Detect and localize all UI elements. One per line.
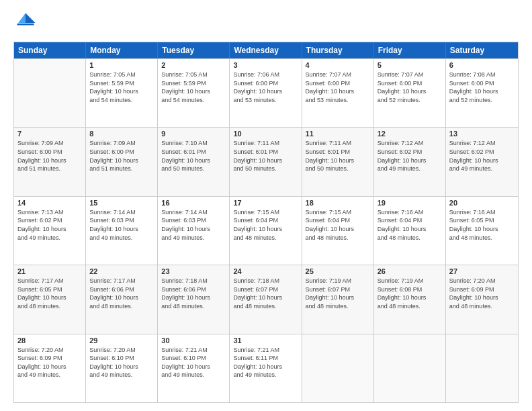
calendar-week-2: 7Sunrise: 7:09 AMSunset: 6:00 PMDaylight… (14, 127, 518, 195)
calendar-day-24: 24Sunrise: 7:18 AMSunset: 6:07 PMDayligh… (230, 265, 302, 333)
calendar-day-empty (14, 59, 86, 127)
logo-icon (13, 11, 38, 35)
weekday-header-friday: Friday (374, 42, 446, 58)
calendar-day-21: 21Sunrise: 7:17 AMSunset: 6:05 PMDayligh… (14, 265, 86, 333)
day-info: Sunrise: 7:09 AMSunset: 6:00 PMDaylight:… (17, 139, 82, 173)
calendar-day-2: 2Sunrise: 7:05 AMSunset: 5:59 PMDaylight… (158, 59, 230, 127)
calendar-day-1: 1Sunrise: 7:05 AMSunset: 5:59 PMDaylight… (86, 59, 158, 127)
day-number: 3 (233, 61, 298, 69)
header (13, 11, 519, 35)
day-info: Sunrise: 7:20 AMSunset: 6:09 PMDaylight:… (449, 277, 515, 310)
day-number: 6 (449, 61, 515, 69)
day-number: 16 (161, 199, 226, 207)
day-info: Sunrise: 7:18 AMSunset: 6:06 PMDaylight:… (161, 277, 226, 310)
calendar-day-15: 15Sunrise: 7:14 AMSunset: 6:03 PMDayligh… (86, 197, 158, 265)
calendar-day-20: 20Sunrise: 7:16 AMSunset: 6:05 PMDayligh… (446, 197, 518, 265)
day-info: Sunrise: 7:13 AMSunset: 6:02 PMDaylight:… (17, 208, 82, 242)
day-number: 2 (161, 61, 226, 69)
day-number: 26 (378, 267, 442, 275)
day-number: 24 (233, 267, 298, 275)
day-number: 15 (89, 199, 154, 207)
calendar-day-27: 27Sunrise: 7:20 AMSunset: 6:09 PMDayligh… (446, 265, 518, 333)
day-number: 11 (306, 130, 370, 138)
day-info: Sunrise: 7:20 AMSunset: 6:09 PMDaylight:… (17, 346, 82, 379)
page: SundayMondayTuesdayWednesdayThursdayFrid… (0, 0, 532, 411)
day-number: 7 (17, 130, 82, 138)
day-number: 13 (449, 130, 515, 138)
day-number: 25 (306, 267, 370, 275)
day-number: 29 (89, 336, 154, 345)
day-info: Sunrise: 7:07 AMSunset: 6:00 PMDaylight:… (378, 71, 442, 104)
calendar-day-12: 12Sunrise: 7:12 AMSunset: 6:02 PMDayligh… (374, 128, 446, 195)
day-number: 5 (378, 61, 442, 69)
day-info: Sunrise: 7:19 AMSunset: 6:08 PMDaylight:… (378, 277, 442, 310)
day-info: Sunrise: 7:08 AMSunset: 6:00 PMDaylight:… (449, 71, 515, 104)
calendar-day-31: 31Sunrise: 7:21 AMSunset: 6:11 PMDayligh… (230, 334, 302, 402)
day-number: 9 (161, 130, 226, 138)
weekday-header-sunday: Sunday (14, 42, 86, 58)
day-number: 23 (161, 267, 226, 275)
day-info: Sunrise: 7:11 AMSunset: 6:01 PMDaylight:… (306, 139, 370, 173)
day-info: Sunrise: 7:17 AMSunset: 6:06 PMDaylight:… (89, 277, 154, 310)
calendar-day-23: 23Sunrise: 7:18 AMSunset: 6:06 PMDayligh… (158, 265, 230, 333)
calendar: SundayMondayTuesdayWednesdayThursdayFrid… (13, 42, 519, 403)
day-info: Sunrise: 7:10 AMSunset: 6:01 PMDaylight:… (161, 139, 226, 173)
calendar-day-empty (446, 334, 518, 402)
calendar-week-4: 21Sunrise: 7:17 AMSunset: 6:05 PMDayligh… (14, 265, 518, 333)
day-info: Sunrise: 7:14 AMSunset: 6:03 PMDaylight:… (89, 208, 154, 242)
day-number: 22 (89, 267, 154, 275)
calendar-day-empty (302, 334, 374, 402)
calendar-header: SundayMondayTuesdayWednesdayThursdayFrid… (14, 42, 518, 58)
calendar-day-28: 28Sunrise: 7:20 AMSunset: 6:09 PMDayligh… (14, 334, 86, 402)
weekday-header-saturday: Saturday (446, 42, 518, 58)
calendar-day-5: 5Sunrise: 7:07 AMSunset: 6:00 PMDaylight… (374, 59, 446, 127)
calendar-day-7: 7Sunrise: 7:09 AMSunset: 6:00 PMDaylight… (14, 128, 86, 195)
day-number: 17 (233, 199, 298, 207)
calendar-day-30: 30Sunrise: 7:21 AMSunset: 6:10 PMDayligh… (158, 334, 230, 402)
calendar-day-19: 19Sunrise: 7:16 AMSunset: 6:04 PMDayligh… (374, 197, 446, 265)
weekday-header-wednesday: Wednesday (230, 42, 302, 58)
day-info: Sunrise: 7:06 AMSunset: 6:00 PMDaylight:… (233, 71, 298, 104)
day-info: Sunrise: 7:21 AMSunset: 6:11 PMDaylight:… (233, 346, 298, 379)
day-number: 14 (17, 199, 82, 207)
calendar-day-9: 9Sunrise: 7:10 AMSunset: 6:01 PMDaylight… (158, 128, 230, 195)
calendar-day-empty (374, 334, 446, 402)
day-info: Sunrise: 7:12 AMSunset: 6:02 PMDaylight:… (378, 139, 442, 173)
day-info: Sunrise: 7:21 AMSunset: 6:10 PMDaylight:… (161, 346, 226, 379)
day-info: Sunrise: 7:16 AMSunset: 6:05 PMDaylight:… (449, 208, 515, 242)
calendar-week-3: 14Sunrise: 7:13 AMSunset: 6:02 PMDayligh… (14, 196, 518, 265)
day-number: 28 (17, 336, 82, 345)
day-info: Sunrise: 7:09 AMSunset: 6:00 PMDaylight:… (89, 139, 154, 173)
day-info: Sunrise: 7:16 AMSunset: 6:04 PMDaylight:… (378, 208, 442, 242)
day-info: Sunrise: 7:18 AMSunset: 6:07 PMDaylight:… (233, 277, 298, 310)
weekday-header-thursday: Thursday (302, 42, 374, 58)
svg-rect-2 (17, 24, 34, 26)
day-info: Sunrise: 7:07 AMSunset: 6:00 PMDaylight:… (306, 71, 370, 104)
day-info: Sunrise: 7:14 AMSunset: 6:03 PMDaylight:… (161, 208, 226, 242)
day-info: Sunrise: 7:15 AMSunset: 6:04 PMDaylight:… (233, 208, 298, 242)
day-number: 21 (17, 267, 82, 275)
calendar-day-11: 11Sunrise: 7:11 AMSunset: 6:01 PMDayligh… (302, 128, 374, 195)
day-info: Sunrise: 7:20 AMSunset: 6:10 PMDaylight:… (89, 346, 154, 379)
calendar-day-3: 3Sunrise: 7:06 AMSunset: 6:00 PMDaylight… (230, 59, 302, 127)
day-number: 19 (378, 199, 442, 207)
calendar-day-17: 17Sunrise: 7:15 AMSunset: 6:04 PMDayligh… (230, 197, 302, 265)
logo (13, 11, 40, 35)
weekday-header-monday: Monday (86, 42, 158, 58)
calendar-day-18: 18Sunrise: 7:15 AMSunset: 6:04 PMDayligh… (302, 197, 374, 265)
day-info: Sunrise: 7:15 AMSunset: 6:04 PMDaylight:… (306, 208, 370, 242)
calendar-day-22: 22Sunrise: 7:17 AMSunset: 6:06 PMDayligh… (86, 265, 158, 333)
calendar-day-6: 6Sunrise: 7:08 AMSunset: 6:00 PMDaylight… (446, 59, 518, 127)
day-number: 4 (306, 61, 370, 69)
calendar-body: 1Sunrise: 7:05 AMSunset: 5:59 PMDaylight… (14, 58, 518, 402)
calendar-day-10: 10Sunrise: 7:11 AMSunset: 6:01 PMDayligh… (230, 128, 302, 195)
day-info: Sunrise: 7:05 AMSunset: 5:59 PMDaylight:… (161, 71, 226, 104)
day-info: Sunrise: 7:17 AMSunset: 6:05 PMDaylight:… (17, 277, 82, 310)
day-info: Sunrise: 7:05 AMSunset: 5:59 PMDaylight:… (89, 71, 154, 104)
calendar-day-14: 14Sunrise: 7:13 AMSunset: 6:02 PMDayligh… (14, 197, 86, 265)
svg-marker-0 (26, 13, 35, 23)
day-number: 1 (89, 61, 154, 69)
calendar-day-13: 13Sunrise: 7:12 AMSunset: 6:02 PMDayligh… (446, 128, 518, 195)
day-info: Sunrise: 7:12 AMSunset: 6:02 PMDaylight:… (449, 139, 515, 173)
calendar-day-8: 8Sunrise: 7:09 AMSunset: 6:00 PMDaylight… (86, 128, 158, 195)
